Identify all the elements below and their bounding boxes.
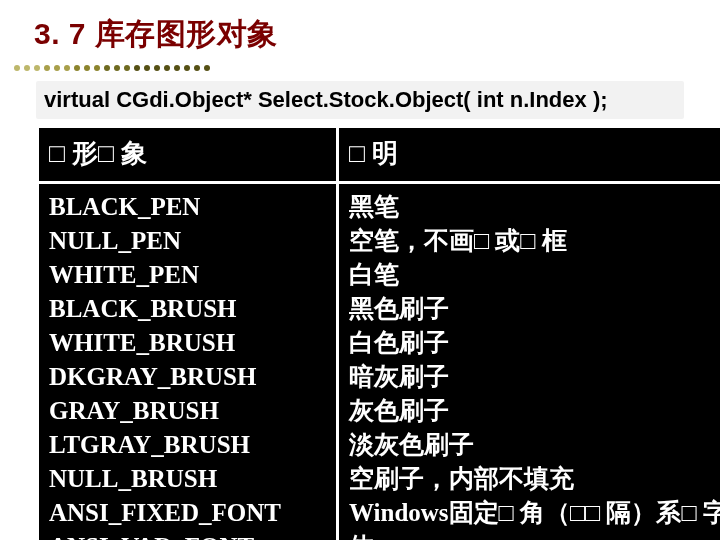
page-title: 3. 7 库存图形对象 [0, 14, 720, 55]
cell-names: BLACK_PEN NULL_PEN WHITE_PEN BLACK_BRUSH… [38, 183, 338, 541]
stock-object-table: □ 形□ 象 □ 明 BLACK_PEN NULL_PEN WHITE_PEN … [36, 125, 720, 540]
signature-text: virtual CGdi.Object* Select.Stock.Object… [44, 87, 608, 112]
function-signature: virtual CGdi.Object* Select.Stock.Object… [36, 81, 684, 119]
table-wrap: □ 形□ 象 □ 明 BLACK_PEN NULL_PEN WHITE_PEN … [36, 125, 720, 540]
slide: 3. 7 库存图形对象 virtual CGdi.Object* Select.… [0, 0, 720, 540]
cell-descs: 黑笔 空笔，不画□ 或□ 框 白笔 黑色刷子 白色刷子 暗灰刷子 灰色刷子 淡灰… [338, 183, 721, 541]
table-row: BLACK_PEN NULL_PEN WHITE_PEN BLACK_BRUSH… [38, 183, 721, 541]
col-header-desc: □ 明 [338, 127, 721, 183]
col-header-object: □ 形□ 象 [38, 127, 338, 183]
decorative-dots [14, 65, 720, 75]
table-header-row: □ 形□ 象 □ 明 [38, 127, 721, 183]
